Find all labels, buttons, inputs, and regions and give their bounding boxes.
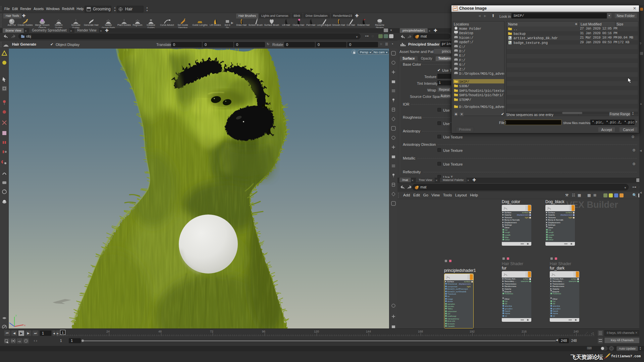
svg-text:y: y [15, 314, 17, 317]
svg-text:x: x [24, 324, 25, 327]
